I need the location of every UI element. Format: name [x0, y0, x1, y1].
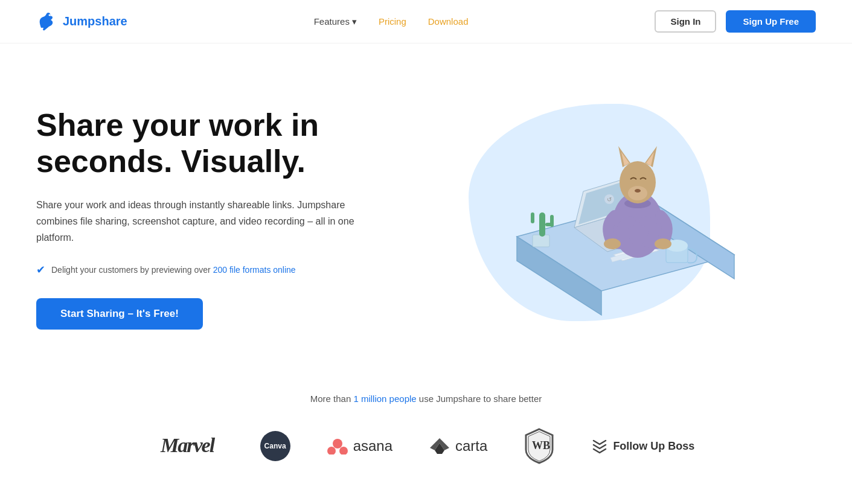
hero-section: Share your work in seconds. Visually. Sh… [0, 43, 852, 381]
signin-button[interactable]: Sign In [655, 10, 716, 33]
social-proof-text: More than 1 million people use Jumpshare… [36, 394, 816, 404]
signup-button[interactable]: Sign Up Free [726, 10, 816, 33]
hero-feature-item: ✔ Delight your customers by previewing o… [36, 263, 362, 276]
hero-title: Share your work in seconds. Visually. [36, 107, 362, 180]
nav-links: Features ▾ Pricing Download [314, 16, 469, 27]
logo-wb: WB [524, 428, 555, 464]
hero-description: Share your work and ideas through instan… [36, 197, 362, 246]
logos-row: Marvel Canva asana [36, 428, 816, 464]
svg-point-32 [655, 238, 671, 249]
svg-point-35 [327, 447, 336, 455]
svg-point-36 [339, 447, 348, 455]
canva-badge: Canva [260, 431, 290, 461]
canva-text: Canva [264, 442, 286, 450]
logo-followup: Follow Up Boss [591, 438, 694, 454]
nav-features[interactable]: Features ▾ [314, 16, 357, 27]
nav-download[interactable]: Download [428, 16, 469, 27]
hero-illustration: ↺ [362, 92, 816, 345]
followup-chevrons-icon [591, 438, 608, 454]
hero-feature-text: Delight your customers by previewing ove… [51, 265, 296, 275]
chevron-down-icon: ▾ [352, 16, 357, 27]
svg-point-0 [49, 14, 51, 16]
feature-link[interactable]: 200 file formats online [213, 265, 296, 275]
carta-text: carta [455, 438, 487, 455]
followup-text: Follow Up Boss [613, 440, 694, 453]
navbar: Jumpshare Features ▾ Pricing Download Si… [0, 0, 852, 43]
check-icon: ✔ [36, 263, 45, 276]
svg-rect-20 [550, 215, 554, 227]
marvel-text: Marvel [158, 430, 224, 462]
svg-point-31 [604, 238, 621, 249]
svg-text:↺: ↺ [607, 196, 612, 203]
asana-dots [327, 438, 348, 455]
svg-text:WB: WB [532, 439, 550, 451]
asana-text: asana [353, 438, 392, 455]
brand-name: Jumpshare [63, 14, 127, 28]
logo-canva: Canva [260, 431, 290, 461]
cta-button[interactable]: Start Sharing – It's Free! [36, 298, 203, 330]
marvel-svg: Marvel [158, 430, 224, 457]
illustration-wrap: ↺ [432, 92, 746, 345]
hero-content: Share your work in seconds. Visually. Sh… [36, 107, 362, 329]
svg-point-25 [628, 186, 647, 200]
nav-pricing[interactable]: Pricing [379, 16, 406, 27]
social-proof-section: More than 1 million people use Jumpshare… [0, 381, 852, 488]
followup-icon-svg [591, 438, 608, 454]
svg-rect-15 [533, 235, 549, 247]
asana-icon [327, 438, 348, 455]
logo-link[interactable]: Jumpshare [36, 11, 127, 33]
carta-icon [429, 437, 450, 455]
wb-svg: WB [524, 428, 555, 464]
svg-rect-16 [539, 212, 545, 237]
nav-actions: Sign In Sign Up Free [655, 10, 816, 33]
logo-marvel: Marvel [158, 430, 224, 462]
social-proof-highlight: 1 million people [353, 394, 416, 404]
svg-rect-18 [531, 212, 534, 223]
hero-svg: ↺ [432, 92, 746, 345]
logo-asana: asana [327, 438, 392, 455]
logo-carta: carta [429, 437, 487, 455]
svg-point-34 [333, 439, 342, 448]
svg-text:Marvel: Marvel [160, 434, 216, 456]
logo-icon [36, 11, 58, 33]
svg-point-30 [635, 189, 641, 193]
